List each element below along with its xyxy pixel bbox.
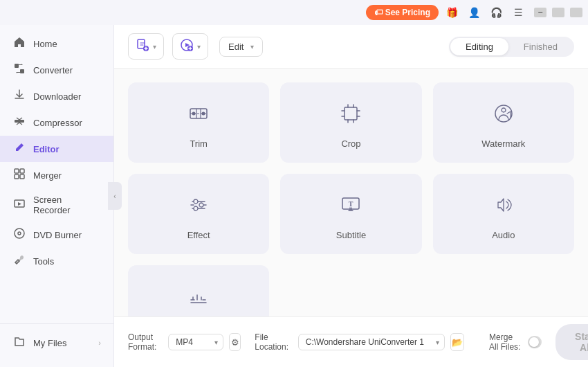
edit-dropdown-label: Edit: [228, 42, 244, 52]
editor-card-effect[interactable]: Effect: [128, 174, 269, 254]
my-files-icon: [12, 336, 26, 350]
sidebar-item-merger[interactable]: Merger: [0, 162, 113, 188]
svg-point-20: [194, 199, 198, 204]
editor-card-subtitle[interactable]: T Subtitle: [280, 174, 421, 254]
tools-icon: [12, 254, 26, 268]
downloader-icon: [12, 89, 26, 103]
add-file-button[interactable]: ▾: [128, 33, 164, 60]
sidebar-my-files-label: My Files: [33, 338, 66, 348]
merger-icon: [12, 168, 26, 182]
merge-all-toggle[interactable]: [528, 336, 542, 348]
watermark-label: Watermark: [481, 138, 525, 149]
toolbar: ▾ ▾ Edit ▾ Editing Finishe: [114, 25, 588, 69]
sidebar-item-my-files[interactable]: My Files ›: [0, 330, 113, 356]
headset-icon[interactable]: 🎧: [487, 3, 505, 21]
subtitle-icon: T: [339, 193, 362, 222]
editor-grid-row1: Trim Crop: [128, 82, 574, 316]
output-settings-button[interactable]: ⚙: [229, 333, 241, 351]
svg-point-9: [18, 232, 21, 235]
sidebar-item-tools[interactable]: Tools: [0, 248, 113, 274]
screen-recorder-icon: [12, 198, 26, 212]
svg-point-15: [192, 112, 196, 116]
sidebar-dvd-burner-label: DVD Burner: [33, 230, 82, 240]
effect-label: Effect: [187, 230, 210, 240]
merge-all-label: Merge All Files:: [489, 332, 522, 352]
svg-rect-0: [15, 64, 19, 68]
svg-rect-1: [20, 69, 24, 73]
add-file-arrow: ▾: [153, 43, 156, 51]
svg-rect-3: [15, 169, 19, 173]
user-icon[interactable]: 👤: [465, 3, 483, 21]
file-location-select[interactable]: C:\Wondershare UniConverter 1: [298, 334, 445, 350]
tab-group: Editing Finished: [449, 37, 574, 57]
app-container: Home Converter Downloader Compressor Edi…: [0, 25, 588, 367]
trim-icon: [187, 102, 210, 130]
sidebar-editor-label: Editor: [33, 144, 59, 154]
see-pricing-label: See Pricing: [385, 8, 430, 17]
editor-card-audio[interactable]: Audio: [433, 174, 574, 254]
editor-card-crop[interactable]: Crop: [280, 82, 421, 163]
add-media-icon: [180, 38, 194, 55]
see-pricing-button[interactable]: 🏷 See Pricing: [366, 5, 439, 20]
sidebar-bottom: My Files ›: [0, 323, 113, 361]
svg-point-8: [15, 229, 24, 238]
svg-point-21: [199, 203, 203, 207]
watermark-icon: [492, 102, 515, 130]
sidebar-tools-label: Tools: [33, 256, 54, 267]
audio-icon: [492, 193, 515, 222]
sidebar-item-screen-recorder[interactable]: Screen Recorder: [0, 188, 113, 222]
sidebar-home-label: Home: [33, 39, 57, 49]
edit-dropdown-arrow: ▾: [250, 43, 254, 51]
bottom-bar: Output Format: MP4 MOV AVI MKV ⚙ File Lo…: [114, 316, 588, 367]
tag-icon: 🏷: [374, 8, 383, 17]
file-location-label: File Location:: [255, 332, 292, 352]
sidebar-item-editor[interactable]: Editor: [0, 136, 113, 162]
maximize-button[interactable]: □: [552, 8, 564, 17]
editor-card-trim[interactable]: Trim: [128, 82, 269, 163]
sidebar-compressor-label: Compressor: [33, 118, 82, 128]
merge-all-group: Merge All Files:: [489, 332, 542, 352]
sidebar-downloader-label: Downloader: [33, 91, 81, 102]
start-all-button[interactable]: Start All: [555, 324, 588, 360]
editor-area: Trim Crop: [114, 69, 588, 316]
browse-folder-button[interactable]: 📂: [450, 333, 464, 351]
editor-card-watermark[interactable]: Watermark: [433, 82, 574, 163]
minimize-button[interactable]: −: [534, 8, 546, 17]
svg-rect-5: [15, 174, 19, 179]
svg-rect-4: [20, 169, 24, 173]
compressor-icon: [12, 116, 26, 129]
tab-finished[interactable]: Finished: [508, 38, 573, 55]
sidebar-merger-label: Merger: [33, 170, 62, 181]
audio-label: Audio: [492, 230, 515, 240]
speed-icon: [187, 285, 210, 313]
effect-icon: [187, 193, 210, 222]
crop-icon: [339, 102, 362, 130]
title-bar: 🏷 See Pricing 🎁 👤 🎧 ☰ − □ ✕: [0, 0, 588, 25]
menu-icon[interactable]: ☰: [509, 3, 527, 21]
close-button[interactable]: ✕: [570, 8, 582, 17]
dvd-burner-icon: [12, 228, 26, 242]
svg-point-16: [202, 112, 205, 116]
editor-icon: [12, 142, 26, 156]
svg-rect-6: [20, 174, 24, 179]
home-icon: [12, 37, 26, 51]
sidebar-item-converter[interactable]: Converter: [0, 57, 113, 83]
tab-editing[interactable]: Editing: [450, 38, 508, 55]
trim-label: Trim: [190, 138, 208, 149]
gift-icon[interactable]: 🎁: [443, 3, 461, 21]
add-media-arrow: ▾: [197, 43, 201, 51]
svg-point-19: [502, 108, 506, 112]
editor-card-speed[interactable]: Speed: [128, 265, 269, 316]
sidebar-item-dvd-burner[interactable]: DVD Burner: [0, 222, 113, 248]
subtitle-label: Subtitle: [336, 230, 366, 240]
svg-point-22: [194, 206, 198, 211]
main-content: ▾ ▾ Edit ▾ Editing Finishe: [114, 25, 588, 367]
sidebar-collapse-button[interactable]: ‹: [108, 182, 122, 210]
output-format-select[interactable]: MP4 MOV AVI MKV: [168, 334, 223, 350]
sidebar-item-compressor[interactable]: Compressor: [0, 109, 113, 136]
add-media-button[interactable]: ▾: [172, 33, 208, 60]
sidebar-item-downloader[interactable]: Downloader: [0, 83, 113, 109]
output-format-select-wrap: MP4 MOV AVI MKV: [168, 334, 223, 350]
edit-dropdown[interactable]: Edit ▾: [219, 37, 263, 57]
sidebar-item-home[interactable]: Home: [0, 30, 113, 57]
